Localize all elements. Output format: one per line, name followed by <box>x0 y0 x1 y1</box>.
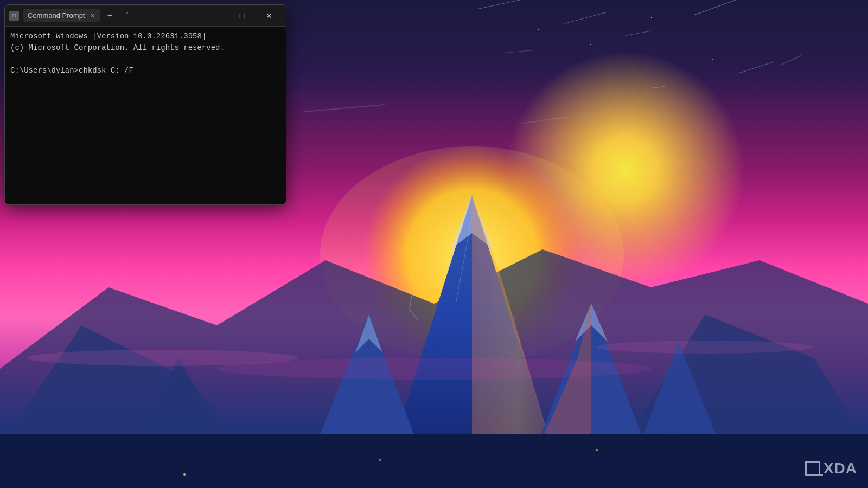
xda-watermark: XDA <box>805 460 857 477</box>
cmd-close-button[interactable]: ✕ <box>257 7 282 24</box>
cmd-window[interactable]: □ Command Prompt ✕ + ˅ ─ □ ✕ Microsoft W… <box>4 4 286 205</box>
svg-point-23 <box>379 459 381 461</box>
cmd-maximize-button[interactable]: □ <box>229 7 254 24</box>
cmd-title-left: □ <box>9 11 19 21</box>
cmd-tab-title: Command Prompt <box>28 11 85 20</box>
svg-point-21 <box>217 358 651 380</box>
cmd-tab-close[interactable]: ✕ <box>90 12 95 20</box>
cmd-line-4: C:\Users\dylan>chkdsk C: /F <box>10 65 280 76</box>
desktop-wallpaper: XDA □ Command Prompt ✕ + ˅ ─ □ ✕ <box>0 0 868 488</box>
svg-point-24 <box>596 449 598 451</box>
svg-point-22 <box>183 473 186 476</box>
svg-point-20 <box>597 341 814 354</box>
cmd-window-controls: ─ □ ✕ <box>202 7 282 24</box>
cmd-add-tab-button[interactable]: + <box>102 8 117 23</box>
cmd-minimize-button[interactable]: ─ <box>202 7 227 24</box>
cmd-line-2: (c) Microsoft Corporation. All rights re… <box>10 42 280 54</box>
cmd-app-icon: □ <box>9 11 19 21</box>
xda-brand-text: XDA <box>824 460 857 477</box>
cmd-dropdown-button[interactable]: ˅ <box>119 8 135 23</box>
cmd-active-tab[interactable]: Command Prompt ✕ <box>23 9 100 22</box>
cmd-body[interactable]: Microsoft Windows [Version 10.0.22631.39… <box>5 27 286 204</box>
cmd-titlebar: □ Command Prompt ✕ + ˅ ─ □ ✕ <box>5 5 286 27</box>
cmd-line-1: Microsoft Windows [Version 10.0.22631.39… <box>10 31 280 42</box>
xda-box-icon <box>805 461 820 476</box>
cmd-line-3 <box>10 54 280 65</box>
cmd-tab-area: Command Prompt ✕ + ˅ <box>23 8 198 23</box>
